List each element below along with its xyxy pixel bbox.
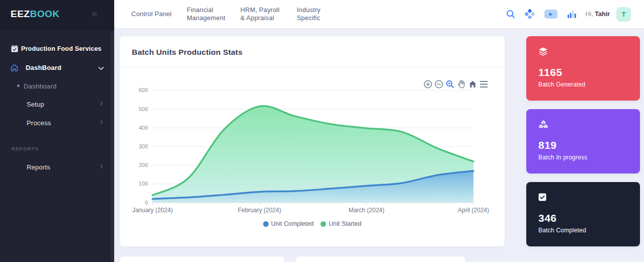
stat-value: 346 [538, 212, 557, 224]
chart-legend: Unit CompletedUnit Started [120, 220, 505, 227]
sidebar: EEZBOOK « Production Food Services DashB… [0, 0, 114, 262]
stat-card-batch-completed[interactable]: 346Batch Completed [526, 182, 640, 246]
sidebar-section-reports: REPORTS [12, 146, 39, 151]
svg-text:April (2024): April (2024) [458, 207, 489, 214]
legend-item-unit-started[interactable]: Unit Started [320, 220, 361, 227]
sidebar-item-label: Setup [27, 101, 44, 108]
selection-zoom-icon[interactable] [446, 80, 454, 89]
svg-text:0: 0 [145, 200, 148, 206]
svg-text:400: 400 [139, 125, 148, 131]
sidebar-item-dashboard-parent[interactable]: DashBoard [0, 61, 114, 74]
chart-toolbar [424, 80, 488, 89]
cubes-icon [538, 120, 548, 131]
menu-icon[interactable] [479, 80, 488, 88]
sidebar-item-label: Process [27, 119, 51, 127]
chart-card: Batch Units Production Stats 01002003004… [120, 36, 505, 246]
sidebar-item-reports[interactable]: Reports [0, 161, 114, 173]
home-reset-icon[interactable] [468, 80, 477, 89]
legend-label: Unit Completed [271, 220, 314, 227]
play-icon [549, 12, 553, 17]
nav-item-industry-specific[interactable]: Industry Specific [297, 6, 320, 22]
sidebar-item-setup[interactable]: Setup [0, 98, 114, 110]
svg-text:500: 500 [139, 106, 148, 112]
video-button[interactable] [544, 10, 557, 19]
sidebar-item-dashboard[interactable]: Dashboard [0, 80, 114, 92]
bar-chart-icon[interactable] [567, 10, 576, 19]
logo-part2: BOOK [30, 9, 59, 19]
svg-text:200: 200 [139, 162, 148, 168]
legend-item-unit-completed[interactable]: Unit Completed [263, 220, 314, 227]
sidebar-collapse-icon[interactable]: « [92, 7, 97, 19]
stat-cards-column: 1165Batch Generated819Batch In progress3… [526, 36, 640, 255]
zoom-out-icon[interactable] [435, 80, 443, 89]
svg-text:February (2024): February (2024) [238, 207, 281, 214]
topbar-nav: Control Panel Financial Management HRM, … [131, 0, 320, 28]
sidebar-item-process[interactable]: Process [0, 117, 114, 129]
sidebar-logo-area: EEZBOOK « [0, 0, 114, 30]
legend-label: Unit Started [329, 220, 361, 227]
bottom-card-2 [296, 256, 465, 262]
area-chart[interactable]: 0100200300400500600January (2024)Februar… [120, 67, 505, 218]
nav-item-hrm-payroll-appraisal[interactable]: HRM, Payroll & Appraisal [240, 6, 282, 22]
calendar-check-icon [11, 45, 18, 52]
sidebar-item-label: Production Food Services [21, 45, 102, 52]
topbar: Control Panel Financial Management HRM, … [114, 0, 644, 28]
legend-dot [263, 221, 269, 227]
svg-text:600: 600 [139, 87, 148, 93]
zoom-in-icon[interactable] [424, 80, 432, 89]
stat-label: Batch In progress [538, 154, 587, 161]
logo-part1: EEZ [11, 9, 30, 19]
stat-card-batch-generated[interactable]: 1165Batch Generated [526, 36, 640, 101]
home-icon [11, 64, 18, 71]
svg-text:100: 100 [139, 181, 148, 187]
user-greeting: Hi, Tahir [586, 11, 610, 18]
stat-label: Batch Completed [538, 227, 586, 234]
stat-card-batch-in-progress[interactable]: 819Batch In progress [526, 109, 640, 173]
chevron-down-icon [98, 64, 104, 70]
chart-card-title: Batch Units Production Stats [132, 48, 243, 57]
pan-icon[interactable] [457, 80, 466, 89]
sidebar-item-label: Dashboard [24, 82, 56, 90]
nav-item-financial-management[interactable]: Financial Management [187, 6, 225, 22]
app-logo[interactable]: EEZBOOK [11, 9, 59, 20]
check-square-icon [538, 193, 546, 203]
svg-text:300: 300 [139, 143, 148, 149]
sidebar-item-label: Reports [27, 163, 50, 171]
search-icon[interactable] [506, 10, 515, 19]
stat-value: 1165 [538, 66, 562, 78]
legend-dot [320, 221, 326, 227]
chevron-right-icon [99, 102, 103, 106]
avatar[interactable]: T [616, 7, 631, 22]
bullet-icon [17, 84, 20, 87]
app-root: EEZBOOK « Production Food Services DashB… [0, 0, 644, 262]
svg-text:January (2024): January (2024) [132, 207, 173, 214]
stat-value: 819 [538, 139, 557, 151]
main-content: Batch Units Production Stats 01002003004… [114, 28, 644, 262]
sidebar-scrollbar[interactable] [111, 30, 114, 262]
sidebar-item-production-food-services[interactable]: Production Food Services [0, 42, 114, 55]
layers-icon [538, 47, 548, 58]
stat-label: Batch Generated [538, 81, 586, 88]
topbar-actions: Hi, Tahir T [506, 0, 631, 28]
chevron-right-icon [99, 120, 103, 124]
svg-text:March (2024): March (2024) [349, 207, 384, 214]
greeting-prefix: Hi, [586, 11, 595, 18]
bottom-card-1 [120, 256, 284, 262]
chevron-right-icon [99, 164, 103, 168]
user-name: Tahir [595, 11, 610, 18]
nav-item-control-panel[interactable]: Control Panel [131, 10, 172, 18]
sidebar-item-label: DashBoard [26, 64, 61, 71]
apps-diamond-icon[interactable] [525, 9, 535, 19]
